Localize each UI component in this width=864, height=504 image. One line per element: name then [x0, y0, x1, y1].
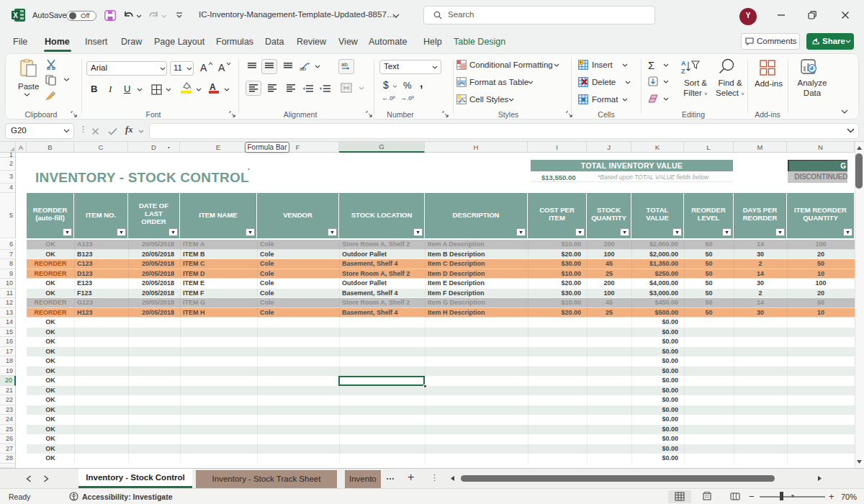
svg-text:ab: ab [300, 66, 306, 71]
svg-text:ab: ab [341, 61, 348, 68]
svg-text:Z: Z [681, 68, 685, 75]
svg-text:X: X [13, 12, 18, 19]
svg-text:A: A [681, 60, 686, 67]
